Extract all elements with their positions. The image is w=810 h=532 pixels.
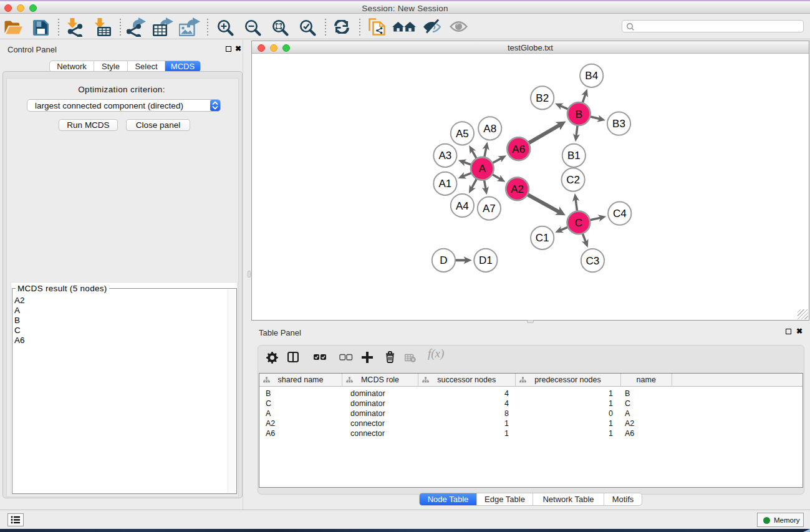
svg-text:B4: B4	[585, 70, 598, 82]
svg-text:B3: B3	[612, 118, 625, 130]
svg-text:A3: A3	[439, 150, 452, 162]
svg-text:A1: A1	[439, 178, 452, 190]
svg-text:A6: A6	[512, 143, 525, 155]
svg-text:C: C	[575, 217, 582, 229]
svg-text:B: B	[576, 109, 582, 120]
svg-text:A2: A2	[511, 183, 524, 195]
svg-text:C3: C3	[586, 255, 600, 267]
svg-text:C4: C4	[613, 208, 627, 220]
svg-text:A4: A4	[456, 200, 469, 212]
svg-text:C1: C1	[536, 232, 549, 244]
svg-text:B1: B1	[567, 150, 581, 162]
svg-text:A5: A5	[456, 128, 469, 140]
svg-text:B2: B2	[536, 92, 549, 104]
svg-text:D: D	[440, 254, 447, 266]
svg-text:D1: D1	[479, 254, 493, 266]
svg-text:A7: A7	[483, 203, 496, 215]
svg-text:A: A	[479, 163, 486, 175]
svg-text:A8: A8	[483, 123, 496, 135]
svg-text:C2: C2	[566, 174, 580, 186]
